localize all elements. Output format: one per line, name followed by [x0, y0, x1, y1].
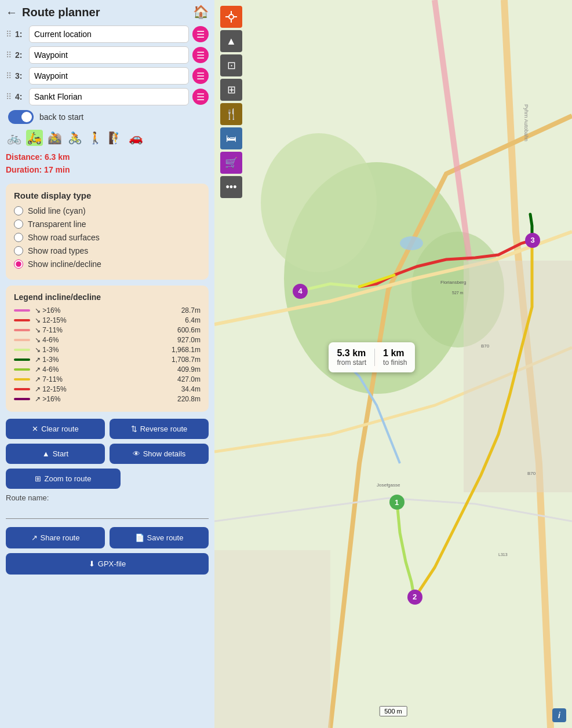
waypoint-row-1: ⠿ 1: ☰ — [6, 25, 209, 43]
reverse-route-button[interactable]: ⇅ Reverse route — [110, 419, 209, 439]
remove-waypoint-4[interactable]: ☰ — [192, 89, 209, 105]
gpx-file-button[interactable]: ⬇ GPX-file — [6, 553, 209, 575]
waypoint-num-2: 2: — [15, 50, 25, 60]
legend-value-8: 34.4m — [80, 385, 201, 393]
to-finish-value: 1 km — [383, 348, 407, 358]
waypoint-row-2: ⠿ 2: ☰ — [6, 46, 209, 64]
radio-types-input[interactable] — [14, 246, 23, 255]
header: ← Route planner 🏠 — [6, 5, 209, 20]
clear-route-button[interactable]: ✕ Clear route — [6, 419, 105, 439]
drag-handle-1[interactable]: ⠿ — [6, 30, 12, 39]
x-icon: ✕ — [32, 425, 38, 433]
back-to-start-toggle[interactable] — [8, 110, 34, 124]
bottom-btn-row: ↗ Share route 📄 Save route — [6, 527, 209, 548]
north-button[interactable]: ▲ — [220, 30, 242, 52]
route-name-input[interactable] — [6, 504, 209, 519]
svg-text:B70: B70 — [481, 343, 490, 349]
left-panel: ← Route planner 🏠 ⠿ 1: ☰ ⠿ 2: ☰ ⠿ 3: ☰ ⠿… — [0, 0, 214, 728]
transport-mtb[interactable]: 🚵 — [46, 130, 63, 146]
waypoint-input-4[interactable] — [29, 88, 189, 105]
drag-handle-2[interactable]: ⠿ — [6, 50, 12, 60]
transport-hike[interactable]: 🧗 — [107, 130, 124, 146]
back-to-start-row: back to start — [6, 110, 209, 124]
show-details-button[interactable]: 👁 Show details — [110, 444, 209, 464]
route-name-section: Route name: — [6, 493, 209, 519]
waypoint-input-1[interactable] — [29, 25, 189, 43]
zoom-icon: ⊞ — [35, 474, 41, 483]
legend-item-7: ↗ 7-11% 427.0m — [14, 375, 201, 383]
bounding-box-button[interactable]: ⊡ — [220, 54, 242, 76]
legend-color-0 — [14, 309, 30, 312]
waypoint-num-4: 4: — [15, 92, 25, 101]
remove-waypoint-1[interactable]: ☰ — [192, 26, 209, 42]
waypoint-input-2[interactable] — [29, 46, 189, 64]
layers-button[interactable]: ⊞ — [220, 79, 242, 101]
duration-stat: Duration: 17 min — [6, 163, 209, 176]
radio-types[interactable]: Show road types — [14, 246, 201, 255]
radio-solid[interactable]: Solid line (cyan) — [14, 206, 201, 215]
map-area[interactable]: Pyhrn Autobahn B70 B70 L313 Josefgasse F… — [214, 0, 572, 728]
food-button[interactable]: 🍴 — [220, 103, 242, 125]
legend-color-8 — [14, 388, 30, 390]
map-info-button[interactable]: i — [552, 708, 566, 722]
home-button[interactable]: 🏠 — [193, 5, 209, 20]
route-display-box: Route display type Solid line (cyan) Tra… — [6, 184, 209, 280]
save-route-button[interactable]: 📄 Save route — [110, 527, 209, 548]
remove-waypoint-2[interactable]: ☰ — [192, 47, 209, 63]
legend-value-5: 1,708.7m — [80, 356, 201, 364]
legend-value-1: 6.4m — [80, 316, 201, 324]
legend-item-0: ↘ >16% 28.7m — [14, 306, 201, 314]
drag-handle-4[interactable]: ⠿ — [6, 92, 12, 101]
transport-bike[interactable]: 🚲 — [6, 130, 23, 146]
legend-label-8: ↗ 12-15% — [35, 385, 75, 393]
legend-item-9: ↗ >16% 220.8m — [14, 395, 201, 403]
more-button[interactable]: ••• — [220, 176, 242, 198]
remove-waypoint-3[interactable]: ☰ — [192, 68, 209, 84]
transport-ebike[interactable]: 🛵 — [26, 130, 43, 146]
radio-incline-input[interactable] — [14, 259, 23, 269]
legend-box: Legend incline/decline ↘ >16% 28.7m ↘ 12… — [6, 286, 209, 412]
svg-text:B70: B70 — [527, 471, 536, 476]
waypoint-num-3: 3: — [15, 71, 25, 81]
radio-surfaces-input[interactable] — [14, 233, 23, 242]
svg-text:527 m: 527 m — [452, 291, 464, 295]
transport-walk[interactable]: 🚶 — [87, 130, 104, 146]
radio-surfaces[interactable]: Show road surfaces — [14, 233, 201, 242]
drag-handle-3[interactable]: ⠿ — [6, 71, 12, 81]
legend-label-5: ↗ 1-3% — [35, 356, 75, 364]
legend-value-4: 1,968.1m — [80, 346, 201, 354]
radio-incline[interactable]: Show incline/decline — [14, 259, 201, 269]
locate-me-button[interactable] — [220, 6, 242, 28]
svg-rect-6 — [214, 550, 330, 728]
from-start-info: 5.3 km from start — [337, 348, 366, 367]
shop-button[interactable]: 🛒 — [220, 152, 242, 174]
map-info-popup: 5.3 km from start 1 km to finish — [329, 342, 415, 372]
legend-item-8: ↗ 12-15% 34.4m — [14, 385, 201, 393]
transport-car[interactable]: 🚗 — [127, 130, 144, 146]
legend-value-9: 220.8m — [80, 395, 201, 403]
share-route-button[interactable]: ↗ Share route — [6, 527, 105, 548]
legend-item-5: ↗ 1-3% 1,708.7m — [14, 356, 201, 364]
page-title: Route planner — [22, 6, 100, 19]
waypoint-input-3[interactable] — [29, 67, 189, 85]
radio-transparent-input[interactable] — [14, 220, 23, 229]
svg-text:L313: L313 — [498, 553, 508, 557]
from-start-value: 5.3 km — [337, 348, 366, 358]
svg-text:Floriansberg: Floriansberg — [440, 280, 466, 285]
legend-item-3: ↘ 4-6% 927.0m — [14, 336, 201, 344]
svg-rect-5 — [464, 261, 572, 492]
legend-color-5 — [14, 358, 30, 361]
svg-text:Josefgasse: Josefgasse — [377, 482, 400, 488]
transport-recumbent[interactable]: 🚴 — [67, 130, 83, 146]
zoom-to-route-button[interactable]: ⊞ Zoom to route — [6, 469, 121, 489]
start-button[interactable]: ▲ Start — [6, 444, 105, 464]
svg-point-2 — [261, 133, 377, 272]
legend-color-4 — [14, 349, 30, 351]
hotel-button[interactable]: 🛏 — [220, 127, 242, 149]
radio-transparent[interactable]: Transparent line — [14, 220, 201, 229]
reverse-icon: ⇅ — [131, 425, 137, 433]
back-button[interactable]: ← — [6, 6, 17, 19]
info-divider — [374, 349, 375, 366]
legend-color-9 — [14, 398, 30, 400]
radio-solid-input[interactable] — [14, 206, 23, 215]
